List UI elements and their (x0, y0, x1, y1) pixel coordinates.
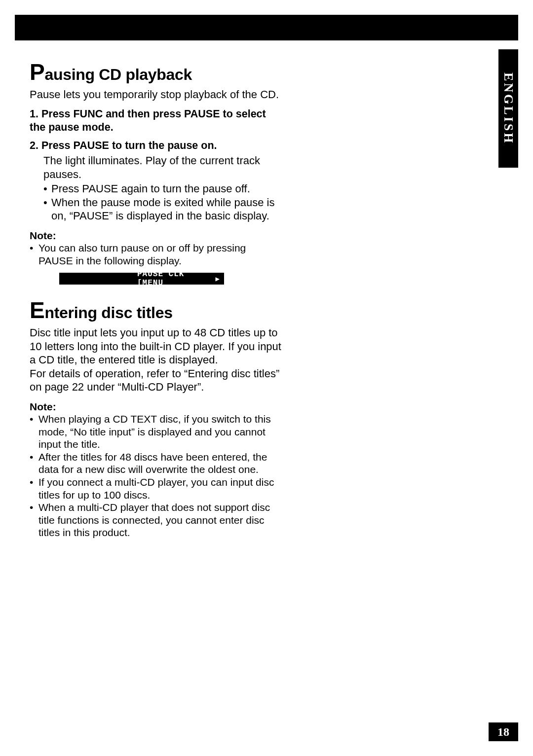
language-tab-label: ENGLISH (501, 72, 516, 145)
step-body: The light illuminates. Play of the curre… (43, 154, 281, 181)
step-title: 2. Press PAUSE to turn the pause on. (30, 139, 281, 152)
page-number-value: 18 (497, 725, 509, 739)
section2: Entering disc titles Disc title input le… (30, 298, 281, 539)
step-text: Press FUNC and then press PAUSE to selec… (30, 108, 266, 133)
heading-initial: P (30, 59, 44, 85)
note-item: After the titles for 48 discs have been … (30, 451, 281, 476)
section2-para1: Disc title input lets you input up to 48… (30, 326, 281, 367)
section1-steps: 1. Press FUNC and then press PAUSE to se… (30, 108, 281, 223)
step-number: 2. (30, 140, 38, 151)
note-item: When playing a CD TEXT disc, if you swit… (30, 413, 281, 451)
main-content: Pausing CD playback Pause lets you tempo… (30, 49, 281, 539)
lcd-text: PAUSE CLK [MENU (137, 270, 216, 288)
step-item: 2. Press PAUSE to turn the pause on. The… (30, 139, 281, 223)
heading-rest: ausing CD playback (44, 66, 192, 83)
note-label: Note: (30, 230, 281, 242)
lcd-display: PAUSE CLK [MENU ▶ (59, 273, 224, 285)
step-title: 1. Press FUNC and then press PAUSE to se… (30, 108, 281, 134)
page-number: 18 (489, 722, 518, 741)
bullet-item: When the pause mode is exited while paus… (43, 196, 281, 223)
bullet-item: Press PAUSE again to turn the pause off. (43, 182, 281, 196)
section2-heading: Entering disc titles (30, 298, 281, 322)
note-item: When a multi-CD player that does not sup… (30, 501, 281, 539)
heading-rest: ntering disc titles (44, 304, 172, 322)
heading-initial: E (30, 297, 44, 323)
step-item: 1. Press FUNC and then press PAUSE to se… (30, 108, 281, 134)
manual-page: ENGLISH Pausing CD playback Pause lets y… (0, 0, 533, 756)
language-tab: ENGLISH (498, 49, 518, 168)
step-bullets: Press PAUSE again to turn the pause off.… (43, 182, 281, 223)
lcd-arrow-icon: ▶ (216, 275, 220, 283)
note-label: Note: (30, 401, 281, 413)
section2-notes: When playing a CD TEXT disc, if you swit… (30, 413, 281, 539)
step-text: Press PAUSE to turn the pause on. (41, 140, 217, 151)
top-black-bar (15, 15, 518, 40)
step-number: 1. (30, 108, 38, 120)
section1-notes: You can also turn pause on or off by pre… (30, 242, 281, 267)
section1-intro: Pause lets you temporarily stop playback… (30, 88, 281, 102)
note-item: You can also turn pause on or off by pre… (30, 242, 281, 267)
note-item: If you connect a multi-CD player, you ca… (30, 476, 281, 501)
section2-para2: For details of operation, refer to “Ente… (30, 367, 281, 394)
section1-heading: Pausing CD playback (30, 60, 281, 84)
